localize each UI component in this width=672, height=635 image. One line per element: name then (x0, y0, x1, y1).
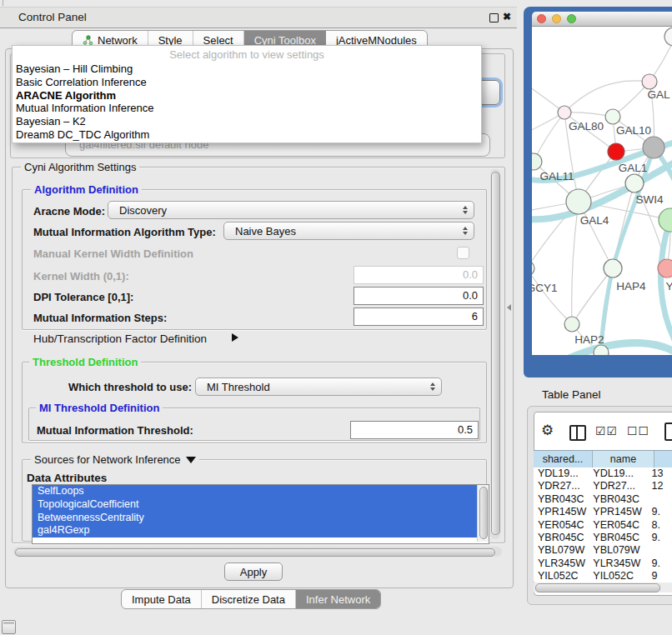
node-SWI4[interactable] (625, 174, 644, 192)
split-view-icon[interactable] (569, 425, 586, 441)
algorithm-option[interactable]: Dream8 DC_TDC Algorithm (13, 128, 481, 142)
gear-icon[interactable]: ⚙ (541, 422, 554, 439)
list-vscrollbar-thumb[interactable] (479, 487, 488, 539)
data-attributes-list[interactable]: SelfLoopsTopologicalCoefficientBetweenne… (32, 484, 489, 544)
settings-vscrollbar-thumb[interactable] (491, 172, 500, 535)
node-label: HAP2 (574, 333, 604, 346)
column-header-shared-name[interactable]: shared... (534, 451, 593, 468)
table-row[interactable]: YIL052CYIL052C9 (534, 570, 672, 582)
dpi-tolerance-field[interactable]: 0.0 (354, 287, 484, 305)
mi-steps-label: Mutual Information Steps: (33, 312, 167, 324)
splitter-collapse-arrow[interactable] (507, 304, 511, 311)
table-cell: 8. (648, 519, 672, 532)
node-label: HAP4 (616, 280, 646, 292)
aracne-mode-combo[interactable]: Discovery (108, 201, 474, 219)
list-vscrollbar[interactable] (477, 485, 489, 542)
window-zoom-icon[interactable] (567, 14, 576, 23)
node-GAL1[interactable] (608, 143, 624, 160)
table-cell: 9. (648, 506, 672, 518)
hub-definition-label[interactable]: Hub/Transcription Factor Definition (33, 332, 207, 345)
kernel-width-label: Kernel Width (0,1): (33, 270, 129, 282)
table-panel-title: Table Panel (542, 388, 601, 401)
table-cell: YDR27... (534, 480, 589, 492)
table-row[interactable]: YER054CYER054C8. (534, 519, 672, 532)
data-attribute-item[interactable]: gal4RGexp (33, 524, 478, 538)
network-graph[interactable]: GALGAL80GAL10GAL1GAL11SWI4GAL4GCY1HAP4YH… (532, 27, 672, 355)
node-top-partial[interactable] (664, 28, 672, 46)
table-cell: YDR27... (589, 480, 648, 492)
collapse-arrow-icon[interactable] (232, 333, 238, 342)
node-GAL4[interactable] (566, 189, 591, 214)
tab-infer-network[interactable]: Infer Network (296, 590, 380, 608)
node-HAP2[interactable] (564, 317, 579, 332)
aracne-mode-label: Aracne Mode: (33, 205, 105, 218)
table-row[interactable]: YDR27...YDR27...12 (534, 480, 672, 492)
close-icon[interactable]: ✖ (503, 11, 511, 22)
node-big-green[interactable] (659, 208, 672, 232)
node-gray-node[interactable] (643, 137, 664, 158)
node-pink-top[interactable] (642, 74, 657, 89)
node-salmon-node[interactable] (658, 259, 672, 278)
algorithm-option[interactable]: Bayesian – K2 (13, 115, 481, 128)
table-row[interactable]: YPR145WYPR145W9. (534, 506, 672, 518)
checked-boxes-icon[interactable]: ☑☑ (595, 424, 618, 438)
node-bottom-node[interactable] (594, 345, 609, 355)
tab-impute-data[interactable]: Impute Data (122, 590, 202, 608)
window-close-icon[interactable] (537, 14, 546, 23)
table-row[interactable]: YLR345WYLR345W9. (534, 558, 672, 570)
manual-kernel-width-checkbox[interactable] (457, 247, 469, 259)
control-panel-titlebar: Control Panel ✖ (0, 7, 517, 28)
which-threshold-combo[interactable]: MI Threshold (195, 378, 442, 396)
node-GAL80[interactable] (558, 106, 571, 119)
combo-value: Discovery (119, 204, 167, 217)
apply-button[interactable]: Apply (224, 562, 283, 581)
cyni-bottom-tabbar: Impute Data Discretize Data Infer Networ… (121, 589, 381, 609)
table-cell: YPR145W (589, 506, 648, 518)
settings-hscrollbar-thumb[interactable] (15, 548, 495, 557)
node-label: GAL80 (569, 120, 604, 132)
table-doc-icon[interactable] (664, 422, 672, 441)
mi-threshold-label: Mutual Information Threshold: (37, 424, 193, 437)
float-icon[interactable] (489, 13, 499, 22)
combo-value: Naive Bayes (235, 225, 296, 238)
node-GCY1[interactable] (532, 261, 534, 276)
network-window-titlebar[interactable] (532, 12, 672, 27)
table-cell: 9 (648, 570, 672, 582)
panel-restore-icon[interactable] (2, 620, 16, 634)
column-header-partial[interactable] (654, 451, 672, 468)
unchecked-boxes-icon[interactable]: ☐☐ (627, 424, 649, 438)
node-label: GAL10 (616, 124, 651, 137)
node-HAP4[interactable] (604, 259, 622, 278)
kernel-width-field[interactable]: 0.0 (354, 266, 484, 284)
table-cell: 12 (648, 480, 672, 492)
mi-steps-field[interactable]: 6 (354, 308, 484, 326)
tab-discretize-data[interactable]: Discretize Data (202, 590, 296, 608)
edge[interactable] (564, 81, 649, 112)
expand-arrow-icon[interactable] (186, 457, 196, 463)
edge[interactable] (532, 268, 572, 324)
mi-algorithm-type-combo[interactable]: Naive Bayes (223, 222, 474, 240)
edge[interactable] (572, 202, 579, 324)
column-header-name[interactable]: name (593, 451, 654, 468)
algorithm-option[interactable]: Bayesian – Hill Climbing (13, 62, 481, 76)
table-cell: YPR145W (534, 506, 589, 518)
node-GAL10[interactable] (605, 109, 620, 124)
table-row[interactable]: YBL079WYBL079W (534, 544, 672, 557)
table-row[interactable]: YBR045CYBR045C9. (534, 532, 672, 544)
node-label: GAL1 (619, 162, 648, 174)
group-title: Cyni Algorithm Settings (21, 161, 139, 173)
chevron-updown-icon (463, 227, 468, 235)
mi-threshold-field[interactable]: 0.5 (350, 421, 479, 439)
node-label: SWI4 (635, 193, 663, 206)
data-attribute-item[interactable]: TopologicalCoefficient (33, 498, 478, 512)
algorithm-option[interactable]: Basic Correlation Inference (13, 76, 481, 89)
table-row[interactable]: YBR043CYBR043C (534, 493, 672, 506)
algorithm-option[interactable]: Mutual Information Inference (13, 102, 481, 115)
algorithm-option[interactable]: ARACNE Algorithm (13, 89, 481, 102)
data-attribute-item[interactable]: BetweennessCentrality (33, 512, 478, 525)
data-attribute-item[interactable]: SelfLoops (33, 485, 478, 498)
table-hscrollbar-thumb[interactable] (535, 583, 660, 592)
table-row[interactable]: YDL19...YDL19...13 (534, 468, 672, 480)
network-canvas[interactable]: GALGAL80GAL10GAL1GAL11SWI4GAL4GCY1HAP4YH… (532, 27, 672, 355)
window-minimize-icon[interactable] (552, 14, 561, 23)
